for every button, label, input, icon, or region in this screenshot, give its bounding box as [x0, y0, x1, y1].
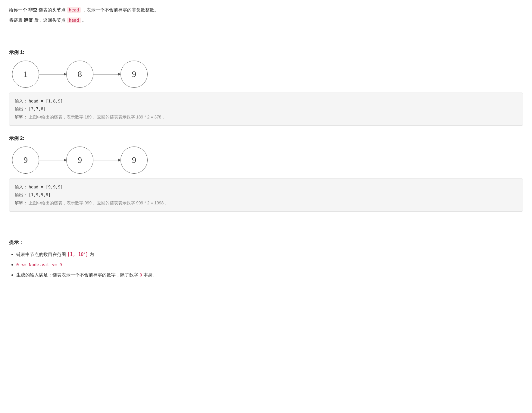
example1-output: 输出： [3,7,8]	[15, 105, 517, 113]
intro-suffix2: 。	[82, 17, 86, 23]
arrow-1-2	[93, 74, 120, 74]
example2-diagram: 9 9 9	[12, 147, 523, 174]
hint-2-code: 0 <= Node.val <= 9	[16, 262, 62, 267]
example1-diagram: 1 8 9	[12, 61, 523, 88]
node-2-3: 9	[120, 147, 148, 174]
example2-output-label: 输出：	[15, 192, 27, 197]
example1-input-label: 输入：	[15, 99, 27, 103]
hint-1-suffix: 内	[89, 252, 94, 257]
intro-line1: 给你一个 非空 链表的头节点 head ，表示一个不含前导零的非负数整数。	[9, 6, 523, 14]
node-2-2: 9	[66, 147, 93, 174]
node-2-1: 9	[12, 147, 39, 174]
hints-title: 提示：	[9, 238, 523, 246]
hint-item-1: 链表中节点的数目在范围 [1, 104] 内	[16, 250, 523, 259]
intro-bold1: 非空	[28, 7, 37, 12]
hint-3-text: 生成的输入满足：链表表示一个不含前导零的数字，除了数字	[16, 272, 139, 277]
example2-explain-text: 上图中给出的链表，表示数字 999 。返回的链表表示数字 999 * 2 = 1…	[29, 200, 169, 205]
arrow-1-1	[39, 74, 66, 74]
hint-item-2: 0 <= Node.val <= 9	[16, 260, 523, 269]
example2-title: 示例 2:	[9, 134, 523, 142]
intro-prefix1: 给你一个	[9, 7, 27, 12]
hint-3-code: 0	[139, 273, 142, 277]
hint-3-suffix: 本身。	[143, 272, 157, 277]
node-1-2: 8	[66, 61, 93, 88]
example1-explain-label: 解释：	[15, 115, 27, 119]
hint-1-range: [1, 104]	[67, 252, 88, 257]
arrow-line-1-2	[93, 74, 120, 74]
node-1-3: 9	[120, 61, 148, 88]
hints-list: 链表中节点的数目在范围 [1, 104] 内 0 <= Node.val <= …	[9, 250, 523, 279]
intro-bold2: 翻倍	[24, 17, 33, 23]
example1-explain: 解释： 上图中给出的链表，表示数字 189 。返回的链表表示数字 189 * 2…	[15, 113, 517, 121]
arrow-line-2-1	[39, 160, 66, 160]
arrow-line-2-2	[93, 160, 120, 160]
arrow-line-1-1	[39, 74, 66, 74]
example2-input-val: head = [9,9,9]	[29, 184, 63, 189]
example2-output: 输出： [1,9,9,8]	[15, 191, 517, 199]
example1-explain-text: 上图中给出的链表，表示数字 189 。返回的链表表示数字 189 * 2 = 3…	[29, 115, 167, 119]
example1-title: 示例 1:	[9, 48, 523, 56]
intro-line2: 将链表 翻倍 后，返回头节点 head 。	[9, 16, 523, 24]
intro-middle2: 后，返回头节点	[34, 17, 67, 23]
hint-1-prefix: 链表中节点的数目在范围	[16, 252, 67, 257]
example2-output-val: [1,9,9,8]	[29, 192, 51, 197]
hint-item-3: 生成的输入满足：链表表示一个不含前导零的数字，除了数字 0 本身。	[16, 270, 523, 279]
example1-output-val: [3,7,8]	[29, 106, 46, 111]
example1-input: 输入： head = [1,8,9]	[15, 97, 517, 105]
head-code-2: head	[67, 17, 81, 23]
intro-middle1: 链表的头节点	[39, 7, 67, 12]
example2-input: 输入： head = [9,9,9]	[15, 183, 517, 191]
example1-box: 输入： head = [1,8,9] 输出： [3,7,8] 解释： 上图中给出…	[9, 93, 523, 126]
intro-prefix2: 将链表	[9, 17, 24, 23]
example1-section: 示例 1: 1 8 9 输入： head = [1,8,9] 输出： [3,7,…	[9, 48, 523, 126]
example1-input-val: head = [1,8,9]	[29, 99, 63, 103]
example2-section: 示例 2: 9 9 9 输入： head = [9,9,9] 输出： [1,9,…	[9, 134, 523, 212]
hints-section: 提示： 链表中节点的数目在范围 [1, 104] 内 0 <= Node.val…	[9, 238, 523, 279]
intro-suffix1: ，表示一个不含前导零的非负数整数。	[82, 7, 159, 12]
example2-explain-label: 解释：	[15, 200, 27, 205]
example2-input-label: 输入：	[15, 184, 27, 189]
node-1-1: 1	[12, 61, 39, 88]
example1-output-label: 输出：	[15, 106, 27, 111]
head-code-1: head	[67, 7, 81, 13]
example2-box: 输入： head = [9,9,9] 输出： [1,9,9,8] 解释： 上图中…	[9, 178, 523, 212]
example2-explain: 解释： 上图中给出的链表，表示数字 999 。返回的链表表示数字 999 * 2…	[15, 199, 517, 207]
arrow-2-2	[93, 160, 120, 160]
arrow-2-1	[39, 160, 66, 160]
